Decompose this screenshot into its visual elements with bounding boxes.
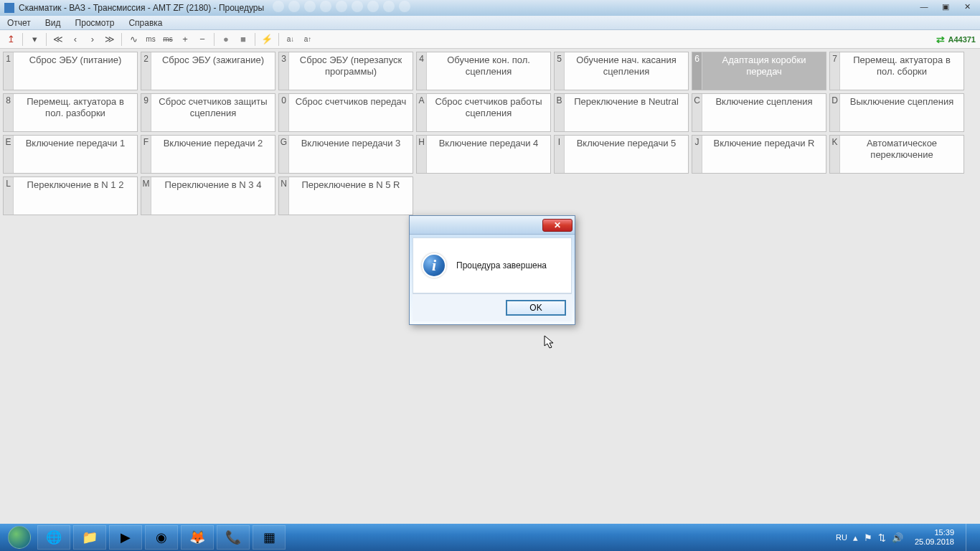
- procedure-key: J: [692, 136, 702, 173]
- procedure-cell[interactable]: NПереключение в N 5 R: [278, 176, 413, 215]
- procedure-label: Переключение в N 5 R: [289, 177, 413, 215]
- task-explorer[interactable]: 📁: [73, 525, 106, 550]
- procedure-label: Включение передачи 5: [565, 136, 688, 173]
- toolbar-separator: [46, 33, 47, 46]
- procedure-cell[interactable]: LПереключение в N 1 2: [3, 176, 138, 215]
- procedure-cell[interactable]: GВключение передачи 3: [278, 135, 413, 174]
- close-button[interactable]: ✕: [957, 0, 977, 13]
- procedure-key: 4: [417, 52, 427, 90]
- show-desktop-button[interactable]: [966, 524, 974, 551]
- dialog-titlebar[interactable]: ✕: [410, 216, 575, 235]
- procedure-cell[interactable]: MПереключение в N 3 4: [141, 176, 275, 215]
- sort-asc-icon[interactable]: a↓: [283, 32, 298, 47]
- procedure-label: Перемещ. актуатора в пол. разборки: [14, 94, 137, 131]
- procedure-cell[interactable]: 7Перемещ. актуатора в пол. сборки: [829, 52, 964, 90]
- procedure-cell[interactable]: 1Сброс ЭБУ (питание): [3, 52, 138, 90]
- procedure-label: Сброс ЭБУ (зажигание): [151, 52, 275, 90]
- maximize-button[interactable]: ▣: [936, 0, 956, 13]
- connection-status: ⇄ A44371: [936, 34, 976, 45]
- procedure-label: Включение передачи 2: [151, 136, 275, 173]
- tray-chevron-icon[interactable]: ▴: [853, 532, 858, 543]
- task-firefox[interactable]: 🦊: [181, 525, 214, 550]
- procedure-label: Адаптация коробки передач: [702, 52, 826, 90]
- forward-icon[interactable]: ≫: [102, 32, 118, 47]
- volume-icon[interactable]: 🔊: [892, 532, 903, 543]
- windows-logo-icon: [8, 526, 31, 549]
- ms-icon[interactable]: ms: [143, 32, 159, 47]
- menu-preview[interactable]: Просмотр: [68, 16, 122, 29]
- task-media[interactable]: ▶: [109, 525, 142, 550]
- procedure-label: Переключение в Neutral: [565, 94, 688, 131]
- procedure-key: N: [279, 177, 289, 215]
- taskbar[interactable]: 🌐 📁 ▶ ◉ 🦊 📞 ▦ RU ▴ ⚑ ⇅ 🔊 15:39 25.09.201…: [0, 524, 980, 551]
- sort-desc-icon[interactable]: a↑: [300, 32, 316, 47]
- toolbar-separator: [255, 33, 255, 46]
- titlebar-background-decor: [273, 1, 894, 14]
- stop-icon[interactable]: ■: [235, 32, 251, 47]
- plus-icon[interactable]: +: [177, 32, 193, 47]
- procedure-key: E: [4, 136, 14, 173]
- procedure-cell[interactable]: 8Перемещ. актуатора в пол. разборки: [3, 93, 138, 132]
- procedure-key: M: [141, 177, 151, 215]
- procedure-cell[interactable]: KАвтоматическое переключение: [829, 135, 964, 174]
- procedure-key: C: [692, 94, 702, 131]
- task-viber[interactable]: 📞: [217, 525, 250, 550]
- procedure-label: Включение передачи 4: [427, 136, 550, 173]
- procedure-label: Сброс счетчиков работы сцепления: [427, 94, 550, 131]
- record-icon[interactable]: ●: [218, 32, 234, 47]
- minus-icon[interactable]: −: [194, 32, 210, 47]
- procedure-cell[interactable]: 6Адаптация коробки передач: [692, 52, 826, 90]
- procedure-label: Выключение сцепления: [840, 94, 963, 131]
- connected-icon: ⇄: [936, 34, 945, 45]
- menu-help[interactable]: Справка: [121, 16, 169, 29]
- procedure-cell[interactable]: AСброс счетчиков работы сцепления: [416, 93, 551, 132]
- procedure-cell[interactable]: HВключение передачи 4: [416, 135, 551, 174]
- procedure-label: Сброс счетчиков передач: [289, 94, 413, 131]
- network-icon[interactable]: ⇅: [878, 532, 886, 543]
- procedure-cell[interactable]: JВключение передачи R: [692, 135, 826, 174]
- task-chrome[interactable]: ◉: [145, 525, 178, 550]
- ok-button[interactable]: OK: [506, 300, 566, 316]
- procedure-label: Обучение кон. пол. сцепления: [427, 52, 550, 90]
- language-indicator[interactable]: RU: [836, 533, 847, 542]
- procedure-key: K: [830, 136, 840, 173]
- procedure-key: 9: [141, 94, 151, 131]
- procedure-key: H: [417, 136, 427, 173]
- start-button[interactable]: [3, 525, 36, 550]
- procedure-key: 1: [4, 52, 14, 90]
- procedure-cell[interactable]: 9Сброс счетчиков защиты сцепления: [141, 93, 275, 132]
- minimize-button[interactable]: —: [914, 0, 934, 13]
- menu-report[interactable]: Отчет: [0, 16, 38, 29]
- procedure-key: 5: [555, 52, 565, 90]
- procedure-cell[interactable]: 5Обучение нач. касания сцепления: [554, 52, 689, 90]
- procedure-cell[interactable]: 4Обучение кон. пол. сцепления: [416, 52, 551, 90]
- ms-strike-icon[interactable]: ms: [160, 32, 176, 47]
- dialog-content: i Процедура завершена: [413, 237, 572, 293]
- procedure-cell[interactable]: CВключение сцепления: [692, 93, 826, 132]
- procedure-cell[interactable]: 3Сброс ЭБУ (перезапуск программы): [278, 52, 413, 90]
- procedure-cell[interactable]: EВключение передачи 1: [3, 135, 138, 174]
- procedure-cell[interactable]: FВключение передачи 2: [141, 135, 275, 174]
- save-icon[interactable]: ▾: [27, 32, 42, 47]
- next-icon[interactable]: ›: [85, 32, 100, 47]
- prev-icon[interactable]: ‹: [67, 32, 83, 47]
- toolbar: ↥ ▾ ≪ ‹ › ≫ ∿ ms ms + − ● ■ ⚡ a↓ a↑ ⇄ A4…: [0, 30, 980, 49]
- task-ie[interactable]: 🌐: [37, 525, 70, 550]
- procedure-key: L: [4, 177, 14, 215]
- task-app[interactable]: ▦: [253, 525, 286, 550]
- procedure-key: 3: [279, 52, 289, 90]
- procedure-cell[interactable]: 0Сброс счетчиков передач: [278, 93, 413, 132]
- procedure-label: Сброс ЭБУ (питание): [14, 52, 137, 90]
- dialog-close-button[interactable]: ✕: [542, 219, 573, 232]
- rewind-icon[interactable]: ≪: [50, 32, 66, 47]
- procedure-cell[interactable]: DВыключение сцепления: [829, 93, 964, 132]
- wave-icon[interactable]: ∿: [126, 32, 141, 47]
- procedure-cell[interactable]: 2Сброс ЭБУ (зажигание): [141, 52, 275, 90]
- taskbar-clock[interactable]: 15:39 25.09.2018: [909, 528, 960, 547]
- lightning-icon[interactable]: ⚡: [259, 32, 275, 47]
- menu-view[interactable]: Вид: [38, 16, 68, 29]
- flag-icon[interactable]: ⚑: [864, 532, 872, 543]
- procedure-cell[interactable]: BПереключение в Neutral: [554, 93, 689, 132]
- procedure-cell[interactable]: IВключение передачи 5: [554, 135, 689, 174]
- back-icon[interactable]: ↥: [3, 32, 19, 47]
